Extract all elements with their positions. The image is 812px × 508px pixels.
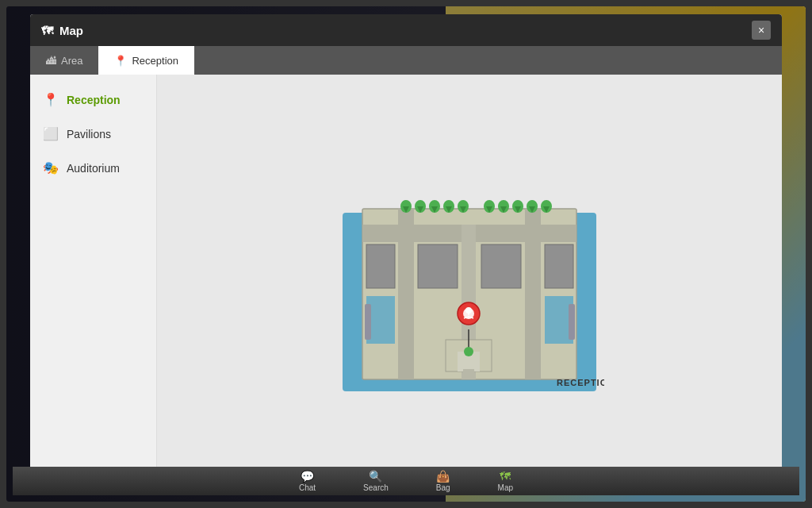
map-display-area: ! RECEPTION bbox=[157, 75, 782, 494]
chat-icon: 💬 bbox=[301, 470, 314, 483]
svg-rect-42 bbox=[569, 304, 575, 340]
bottom-toolbar: 💬 Chat 🔍 Search 👜 Bag 🗺 Map bbox=[13, 467, 799, 495]
chat-label: Chat bbox=[299, 483, 316, 492]
map-bottom-icon: 🗺 bbox=[500, 470, 511, 483]
modal-header: 🗺 Map × bbox=[30, 14, 782, 46]
close-icon: × bbox=[758, 24, 764, 37]
tab-reception[interactable]: 📍 Reception bbox=[98, 46, 194, 75]
sidebar-pavilions-label: Pavilions bbox=[67, 128, 111, 140]
sidebar-reception-label: Reception bbox=[67, 94, 121, 106]
svg-point-39 bbox=[465, 307, 472, 314]
map-icon: 🗺 bbox=[41, 24, 53, 37]
tab-area[interactable]: 🏙 Area bbox=[30, 46, 98, 75]
sidebar-item-auditorium[interactable]: 🎭 Auditorium bbox=[30, 151, 156, 185]
pavilions-sidebar-icon: ⬜ bbox=[43, 126, 59, 141]
sidebar-item-pavilions[interactable]: ⬜ Pavilions bbox=[30, 117, 156, 151]
map-label: Map bbox=[498, 483, 513, 492]
sidebar-item-reception[interactable]: 📍 Reception bbox=[30, 83, 156, 117]
modal-close-button[interactable]: × bbox=[752, 21, 771, 40]
bag-label: Bag bbox=[436, 483, 450, 492]
svg-rect-6 bbox=[366, 244, 395, 288]
svg-rect-3 bbox=[398, 209, 414, 379]
tab-area-label: Area bbox=[61, 55, 82, 67]
bottom-chat[interactable]: 💬 Chat bbox=[299, 470, 316, 492]
svg-point-40 bbox=[464, 347, 473, 356]
bottom-search[interactable]: 🔍 Search bbox=[363, 470, 389, 492]
modal-title: Map bbox=[59, 24, 83, 37]
svg-rect-14 bbox=[463, 369, 474, 375]
svg-rect-4 bbox=[525, 209, 541, 379]
svg-rect-41 bbox=[365, 304, 371, 340]
search-label: Search bbox=[363, 483, 389, 492]
area-tab-icon: 🏙 bbox=[46, 55, 56, 67]
bag-icon: 👜 bbox=[436, 470, 450, 483]
modal-title-container: 🗺 Map bbox=[41, 24, 83, 37]
modal-body: 📍 Reception ⬜ Pavilions 🎭 Auditorium bbox=[30, 75, 782, 494]
reception-sidebar-icon: 📍 bbox=[43, 92, 59, 107]
svg-rect-9 bbox=[545, 244, 573, 288]
reception-tab-icon: 📍 bbox=[114, 55, 127, 67]
map-svg: ! RECEPTION bbox=[335, 165, 604, 403]
map-svg-container: ! RECEPTION bbox=[335, 165, 604, 403]
search-icon: 🔍 bbox=[369, 470, 382, 483]
reception-map-label: RECEPTION bbox=[557, 378, 604, 387]
svg-rect-7 bbox=[418, 244, 458, 288]
svg-rect-8 bbox=[481, 244, 521, 288]
bottom-map[interactable]: 🗺 Map bbox=[498, 470, 513, 492]
sidebar-auditorium-label: Auditorium bbox=[67, 162, 120, 175]
auditorium-sidebar-icon: 🎭 bbox=[43, 160, 59, 175]
map-sidebar: 📍 Reception ⬜ Pavilions 🎭 Auditorium bbox=[30, 75, 157, 494]
modal-tabs: 🏙 Area 📍 Reception bbox=[30, 46, 782, 75]
map-modal: 🗺 Map × 🏙 Area 📍 Reception 📍 bbox=[30, 14, 782, 494]
tab-reception-label: Reception bbox=[132, 55, 178, 67]
bottom-bag[interactable]: 👜 Bag bbox=[436, 470, 450, 492]
